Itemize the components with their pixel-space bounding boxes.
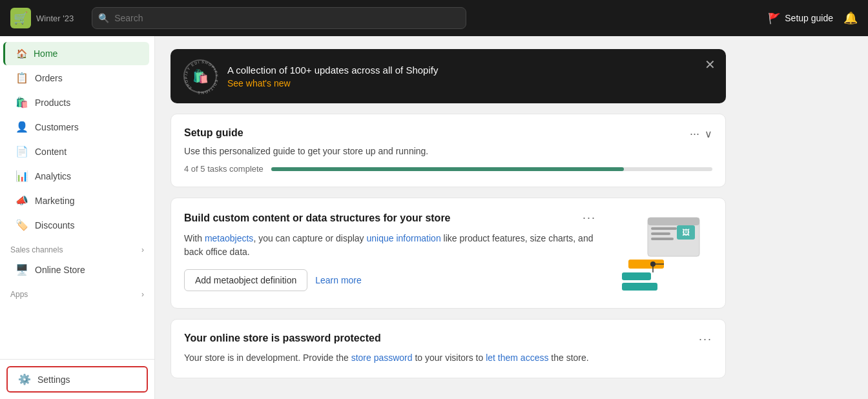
online-store-icon: 🖥️ — [16, 263, 28, 276]
metaobject-description: With metaobjects, you can capture or dis… — [184, 232, 596, 259]
apps-label: Apps — [10, 290, 28, 299]
setup-guide-menu-icon[interactable]: ··· — [690, 127, 699, 141]
search-input[interactable] — [92, 7, 466, 29]
password-card-header: Your online store is password protected … — [184, 332, 712, 346]
sales-channels-label: Sales channels — [10, 245, 63, 254]
password-card: Your online store is password protected … — [170, 319, 726, 378]
products-icon: 🛍️ — [16, 96, 28, 108]
svg-rect-12 — [622, 283, 657, 291]
setup-guide-collapse-icon[interactable]: ∨ — [705, 128, 712, 140]
sidebar-item-label: Products — [35, 97, 70, 108]
sales-channels-section: Sales channels › — [0, 238, 154, 257]
apps-section: Apps › — [0, 282, 154, 302]
sidebar-item-home[interactable]: 🏠 Home — [3, 42, 149, 65]
metaobject-card-header: Build custom content or data structures … — [184, 211, 596, 225]
setup-guide-header: Setup guide ··· ∨ — [184, 127, 712, 141]
notification-bell-icon[interactable]: 🔔 — [843, 11, 858, 25]
svg-rect-4 — [648, 218, 699, 225]
sidebar: 🏠 Home 📋 Orders 🛍️ Products 👤 Customers … — [0, 36, 155, 399]
svg-text:🖼: 🖼 — [682, 228, 690, 237]
search-icon: 🔍 — [98, 13, 109, 23]
shopify-logo-icon: 🛒 — [10, 8, 31, 28]
setup-guide-button[interactable]: 🚩 Setup guide — [768, 12, 833, 25]
sales-channels-expand-icon[interactable]: › — [141, 245, 144, 254]
sidebar-item-customers[interactable]: 👤 Customers — [5, 115, 149, 139]
add-metaobject-button[interactable]: Add metaobject definition — [184, 269, 307, 291]
logo-text: Winter '23 — [36, 14, 74, 23]
password-card-menu-icon[interactable]: ··· — [699, 332, 712, 346]
sidebar-item-label: Customers — [35, 122, 79, 132]
sidebar-nav: 🏠 Home 📋 Orders 🛍️ Products 👤 Customers … — [0, 36, 154, 359]
sidebar-item-analytics[interactable]: 📊 Analytics — [5, 164, 149, 188]
metaobject-content: Build custom content or data structures … — [184, 211, 596, 295]
setup-guide-label: Setup guide — [785, 13, 833, 23]
banner-close-icon[interactable]: ✕ — [705, 57, 716, 72]
metaobject-actions: Add metaobject definition Learn more — [184, 269, 596, 291]
progress-bar-bg — [271, 167, 712, 171]
setup-guide-card: Setup guide ··· ∨ Use this personalized … — [170, 114, 726, 187]
svg-rect-7 — [651, 238, 674, 240]
apps-expand-icon[interactable]: › — [141, 290, 144, 299]
setup-guide-controls: ··· ∨ — [690, 127, 712, 141]
banner-content: A collection of 100+ updates across all … — [227, 65, 713, 88]
metaobject-menu-icon[interactable]: ··· — [583, 211, 596, 225]
learn-more-button[interactable]: Learn more — [315, 275, 362, 285]
sidebar-item-label: Orders — [35, 73, 63, 83]
discounts-icon: 🏷️ — [16, 219, 28, 231]
settings-label: Settings — [37, 374, 70, 385]
password-card-title: Your online store is password protected — [184, 332, 381, 344]
sidebar-item-products[interactable]: 🛍️ Products — [5, 90, 149, 114]
home-icon: 🏠 — [16, 48, 27, 59]
metaobjects-link[interactable]: metaobjects — [205, 233, 253, 243]
progress-row: 4 of 5 tasks complete — [184, 164, 712, 174]
sidebar-item-label: Content — [35, 147, 67, 157]
main-content: SHOPIFY EDITIONS · SHOPIFY EDITIONS · 🛍️… — [155, 36, 868, 399]
marketing-icon: 📣 — [16, 194, 28, 207]
metaobject-card: Build custom content or data structures … — [170, 198, 726, 309]
password-card-description: Your store is in development. Provide th… — [184, 351, 712, 365]
progress-bar-fill — [271, 167, 625, 171]
setup-guide-title: Setup guide — [184, 127, 243, 139]
content-icon: 📄 — [16, 145, 28, 158]
sidebar-item-online-store[interactable]: 🖥️ Online Store — [5, 258, 149, 281]
svg-rect-11 — [622, 272, 651, 280]
settings-icon: ⚙️ — [18, 373, 31, 385]
customers-icon: 👤 — [16, 121, 28, 133]
shopify-bag-icon: 🛍️ — [192, 68, 209, 84]
sidebar-item-marketing[interactable]: 📣 Marketing — [5, 189, 149, 212]
svg-rect-5 — [651, 227, 677, 230]
sidebar-item-content[interactable]: 📄 Content — [5, 139, 149, 163]
editions-badge: SHOPIFY EDITIONS · SHOPIFY EDITIONS · 🛍️ — [183, 59, 217, 93]
setup-guide-subtitle: Use this personalized guide to get your … — [184, 146, 712, 156]
sidebar-item-label: Marketing — [35, 196, 74, 206]
banner-link[interactable]: See what's new — [227, 78, 713, 88]
sidebar-item-label: Analytics — [35, 171, 71, 181]
settings-section: ⚙️ Settings — [0, 359, 154, 399]
metaobject-title: Build custom content or data structures … — [184, 211, 451, 225]
sidebar-item-discounts[interactable]: 🏷️ Discounts — [5, 213, 149, 237]
sidebar-item-settings[interactable]: ⚙️ Settings — [6, 366, 148, 393]
logo[interactable]: 🛒 Winter '23 — [10, 8, 74, 28]
topbar-right: 🚩 Setup guide 🔔 — [768, 11, 858, 25]
svg-text:🛒: 🛒 — [14, 11, 28, 25]
analytics-icon: 📊 — [16, 170, 28, 182]
sidebar-item-label: Discounts — [35, 220, 74, 230]
sidebar-item-label: Online Store — [35, 265, 85, 275]
flag-icon: 🚩 — [768, 12, 781, 25]
topbar: 🛒 Winter '23 🔍 🚩 Setup guide 🔔 — [0, 0, 868, 36]
sidebar-item-orders[interactable]: 📋 Orders — [5, 66, 149, 90]
orders-icon: 📋 — [16, 72, 28, 84]
progress-label: 4 of 5 tasks complete — [184, 164, 264, 174]
banner-title: A collection of 100+ updates across all … — [227, 65, 713, 76]
metaobject-illustration-icon: 🖼 — [612, 211, 709, 295]
editions-banner: SHOPIFY EDITIONS · SHOPIFY EDITIONS · 🛍️… — [170, 49, 726, 103]
sidebar-item-label: Home — [34, 48, 57, 59]
svg-rect-6 — [651, 232, 670, 235]
metaobject-illustration: 🖼 — [609, 211, 712, 295]
search-wrapper: 🔍 — [92, 7, 466, 29]
